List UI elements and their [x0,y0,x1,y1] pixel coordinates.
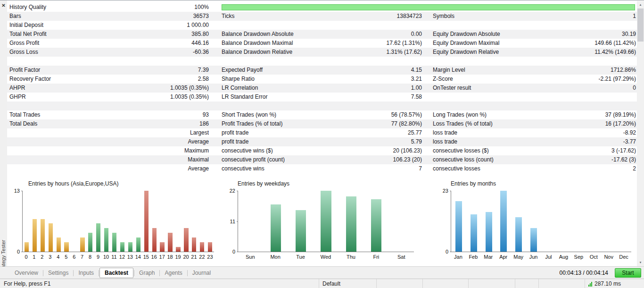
stats-row[interactable]: Recovery Factor2.58Sharpe Ratio3.21Z-Sco… [7,75,637,84]
bar [271,204,281,252]
stats-row[interactable]: Gross Profit446.16Balance Drawdown Maxim… [7,39,637,48]
x-axis-label: 15 [142,254,150,260]
bar-slot [289,191,314,252]
bar-slot [466,191,481,252]
tab-separator [134,270,134,276]
bar [296,210,306,252]
bar-slot [526,191,541,252]
tab-separator [43,270,43,276]
stat-value: 1 000.00 [117,21,209,30]
stats-row[interactable]: Gross Loss-60.36Balance Drawdown Relativ… [7,48,637,57]
help-hint: For Help, press F1 [4,279,50,288]
stats-row[interactable]: Maximumconsecutive wins ($)20 (106.23)co… [7,146,637,155]
stats-row[interactable]: Averageprofit trade5.79loss trade-3.77 [7,137,637,146]
stats-row[interactable]: Profit Factor7.39Expected Payoff4.15Marg… [7,66,637,75]
x-axis-label: Mar [481,254,496,260]
start-button[interactable]: Start [615,268,641,278]
bar [371,199,381,252]
stat-value: Maximal [117,155,209,164]
stat-label [9,137,117,146]
stat-value [316,102,422,110]
stats-row[interactable]: Initial Deposit1 000.00 [7,21,637,30]
bar [41,219,45,252]
tab-backtest[interactable]: Backtest [99,268,133,278]
x-axis-label: 7 [78,254,86,260]
stat-value [316,57,422,66]
stat-value: Maximum [117,146,209,155]
profile-cell[interactable]: Default [319,279,376,288]
stat-label: profit trade [209,137,316,146]
tab-graph[interactable]: Graph [135,267,159,279]
tab-bar: OverviewSettingsInputsBacktestGraphAgent… [0,266,644,279]
stat-label [9,57,117,66]
stat-value: 4.15 [316,66,422,75]
x-axis-label: Jul [541,254,556,260]
stats-row[interactable] [7,57,637,66]
stat-label: Equity Drawdown Maximal [422,39,530,48]
x-axis-label: Oct [586,254,601,260]
stat-value: 0 [530,84,637,93]
x-axis-label: Dec [616,254,631,260]
x-axis-label: Sat [389,254,414,260]
stat-value: 20 (106.23) [316,146,422,155]
stat-label: Total Net Profit [9,30,117,39]
stats-row[interactable]: Largestprofit trade25.77loss trade-8.92 [7,128,637,137]
stats-row[interactable]: Maximalconsecutive profit (count)106.23 … [7,155,637,164]
bar-slot [86,191,94,252]
status-cells: Default 287.10 ms [319,279,644,288]
tab-inputs[interactable]: Inputs [74,267,98,279]
bar-slot [363,191,388,252]
stat-label: Sharpe Ratio [209,75,316,84]
vertical-scrollbar[interactable]: ▲ ▼ [637,1,644,266]
x-axis-labels: SunMonTueWedThuFriSat [238,254,414,260]
x-axis-label: 6 [70,254,78,260]
tab-journal[interactable]: Journal [188,267,215,279]
stat-value: 1.00 [316,84,422,93]
x-axis-labels: 01234567891011121314151617181920212223 [22,254,214,260]
stat-value: 13834723 [316,12,422,21]
stat-value [117,102,209,110]
x-axis-label: 3 [46,254,54,260]
status-bar: For Help, press F1 Default 287.10 ms [0,279,644,288]
stats-row[interactable] [7,102,637,110]
x-axis-label: Thu [339,254,363,260]
chart-plot: 130 [22,191,214,252]
stats-row[interactable]: AHPR1.0035 (0.35%)LR Correlation1.00OnTe… [7,84,637,93]
stats-row[interactable]: History Quality100% [7,3,637,12]
tab-settings[interactable]: Settings [44,267,73,279]
stat-label: Balance Drawdown Relative [209,48,316,57]
tab-overview[interactable]: Overview [10,267,42,279]
scroll-thumb[interactable] [637,8,644,42]
stats-row[interactable]: Total Trades93Short Trades (won %)56 (78… [7,110,637,119]
y-axis-tick [237,191,238,191]
stat-label: Expected Payoff [209,66,316,75]
stats-row[interactable]: GHPR1.0035 (0.35%)LR Standard Error7.58 [7,93,637,102]
stat-value: 0.00 [316,30,422,39]
bar [471,214,477,252]
bar-slot [556,191,571,252]
stats-row[interactable]: Total Deals186Profit Trades (% of total)… [7,119,637,128]
stats-row[interactable]: Total Net Profit385.80Balance Drawdown A… [7,30,637,39]
x-axis-label: Jun [526,254,541,260]
scroll-down-icon[interactable]: ▼ [637,259,644,266]
scroll-up-icon[interactable]: ▲ [637,1,644,8]
y-axis-tick [237,221,238,222]
bar [500,191,507,252]
stat-value: 1.0035 (0.35%) [117,84,209,93]
stat-label: Bars [9,12,117,21]
bar-slot [571,191,586,252]
stat-label [422,57,530,66]
bar-slot [198,191,206,252]
stat-label [209,21,316,30]
status-cell [538,279,585,288]
x-axis-label: 11 [110,254,118,260]
stat-value: 446.16 [117,39,209,48]
tab-agents[interactable]: Agents [160,267,186,279]
stat-label [209,57,316,66]
stat-value: -8.92 [530,128,637,137]
close-button[interactable]: ✕ [0,2,7,9]
stats-row[interactable]: Averageconsecutive wins7consecutive loss… [7,164,637,173]
stats-row[interactable]: Bars36573Ticks13834723Symbols1 [7,12,637,21]
bar-slot [94,191,102,252]
bar-slot [481,191,496,252]
